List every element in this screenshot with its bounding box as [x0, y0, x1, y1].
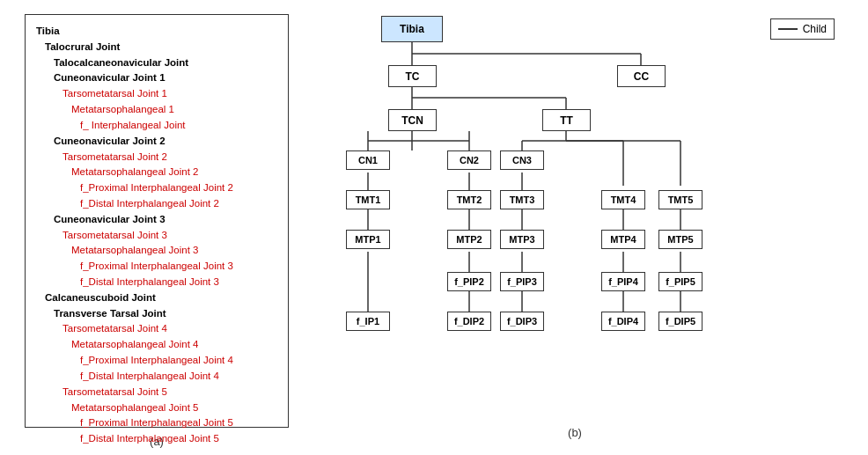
tree-line: Transverse Tarsal Joint: [54, 306, 277, 322]
node-fdip4: f_DIP4: [601, 312, 645, 331]
node-tt: TT: [542, 109, 591, 131]
tree-line: Metatarsophalangeal Joint 2: [71, 165, 277, 180]
node-mtp2: MTP2: [447, 230, 491, 249]
node-cc: CC: [617, 65, 666, 87]
node-mtp5: MTP5: [658, 230, 702, 249]
node-mtp3: MTP3: [500, 230, 544, 249]
tree-line: Cuneonavicular Joint 1: [54, 70, 277, 86]
node-mtp4: MTP4: [601, 230, 645, 249]
node-tmt5: TMT5: [658, 190, 702, 209]
tree-line: Tarsometatarsal Joint 3: [63, 228, 277, 244]
tree-line: Metatarsophalangeal Joint 3: [71, 243, 277, 259]
node-cn1: CN1: [346, 150, 390, 170]
node-tmt2: TMT2: [447, 190, 491, 209]
left-panel: TibiaTalocrural JointTalocalcaneonavicul…: [25, 14, 289, 448]
node-fdip5: f_DIP5: [658, 312, 702, 331]
tree-line: f_Distal Interphalangeal Joint 2: [80, 196, 277, 212]
tree-line: f_Distal Interphalangeal Joint 3: [80, 275, 277, 290]
tree-line: Tarsometatarsal Joint 2: [63, 150, 277, 165]
tree-line: Calcaneuscuboid Joint: [45, 290, 277, 306]
tree-svg: [306, 14, 835, 419]
tree-line: f_Proximal Interphalangeal Joint 3: [80, 259, 277, 275]
node-fdip3: f_DIP3: [500, 312, 544, 331]
node-cn3: CN3: [500, 150, 544, 170]
node-tibia: Tibia: [381, 16, 443, 42]
tree-line: f_Distal Interphalangeal Joint 4: [80, 369, 277, 385]
legend-line-icon: [778, 28, 798, 30]
tree-line: Talocrural Joint: [45, 40, 277, 55]
right-caption: (b): [306, 426, 843, 439]
node-fdip2: f_DIP2: [447, 312, 491, 331]
tree-line: Metatarsophalangeal Joint 5: [71, 400, 277, 416]
node-fpip2: f_PIP2: [447, 272, 491, 291]
tree-line: Metatarsophalangeal 1: [71, 102, 277, 118]
node-tmt1: TMT1: [346, 190, 390, 209]
node-tc: TC: [388, 65, 437, 87]
tree-line: Tarsometatarsal Joint 4: [63, 321, 277, 337]
node-fip1: f_IP1: [346, 312, 390, 331]
tree-line: f_ Interphalangeal Joint: [80, 118, 277, 134]
legend: Child: [770, 18, 835, 40]
right-panel: Tibia TC CC TCN TT CN1: [306, 14, 843, 445]
tree-line: Cuneonavicular Joint 2: [54, 134, 277, 150]
tree-line: f_Proximal Interphalangeal Joint 4: [80, 353, 277, 369]
node-tcn: TCN: [388, 109, 437, 131]
tree-line: Tibia: [36, 24, 277, 40]
left-tree-box: TibiaTalocrural JointTalocalcaneonavicul…: [25, 14, 289, 428]
node-fpip3: f_PIP3: [500, 272, 544, 291]
node-tmt3: TMT3: [500, 190, 544, 209]
node-cn2: CN2: [447, 150, 491, 170]
tree-line: Metatarsophalangeal Joint 4: [71, 337, 277, 353]
tree-line: Cuneonavicular Joint 3: [54, 212, 277, 228]
tree-line: f_Proximal Interphalangeal Joint 2: [80, 180, 277, 196]
main-container: TibiaTalocrural JointTalocalcaneonavicul…: [3, 5, 865, 450]
node-mtp1: MTP1: [346, 230, 390, 249]
legend-label: Child: [803, 23, 827, 35]
tree-line: f_Distal Interphalangeal Joint 5: [80, 431, 277, 447]
node-fpip4: f_PIP4: [601, 272, 645, 291]
tree-line: Talocalcaneonavicular Joint: [54, 55, 277, 71]
node-fpip5: f_PIP5: [658, 272, 702, 291]
tree-line: f_Proximal Interphalangeal Joint 5: [80, 415, 277, 431]
tree-line: Tarsometatarsal Joint 1: [63, 86, 277, 102]
tree-line: Tarsometatarsal Joint 5: [63, 385, 277, 400]
node-tmt4: TMT4: [601, 190, 645, 209]
tree-diagram: Tibia TC CC TCN TT CN1: [306, 14, 835, 419]
